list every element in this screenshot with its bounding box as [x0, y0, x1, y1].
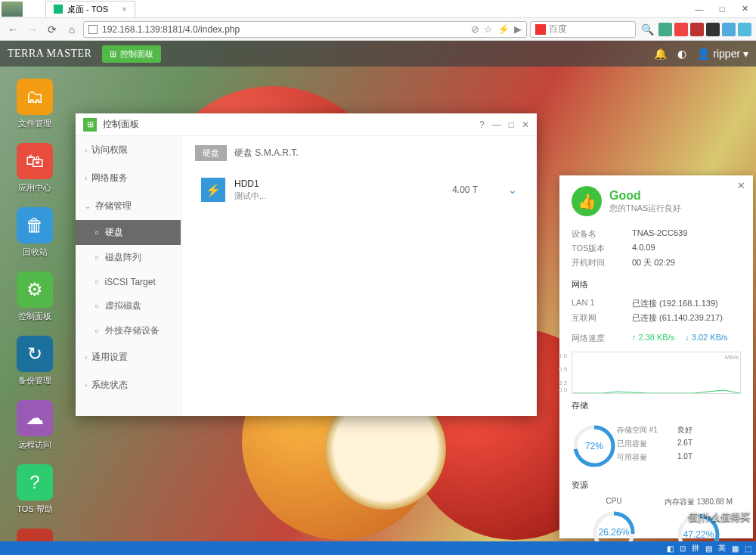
user-name: ripper	[713, 48, 740, 60]
icon-label: TOS 帮助	[12, 504, 57, 515]
ext-icon-4[interactable]	[706, 23, 720, 36]
browser-tab[interactable]: 桌面 - TOS ×	[45, 1, 135, 17]
section-label: 通用设置	[91, 351, 128, 364]
play-icon[interactable]: ▶	[514, 23, 522, 35]
bell-icon[interactable]: 🔔	[654, 48, 667, 60]
windows-taskbar[interactable]: ◧⊡拼▤英▦⬚	[0, 541, 756, 555]
home-button[interactable]: ⌂	[64, 21, 80, 38]
tray-icon[interactable]: ◧	[667, 544, 674, 553]
minimize-button[interactable]: —	[688, 0, 711, 18]
status-row: 开机时间00 天 02:29	[572, 256, 741, 270]
desktop-icon[interactable]: ?TOS 帮助	[12, 464, 57, 515]
item-label: iSCSI Target	[105, 277, 156, 287]
stop-icon[interactable]: ⊘	[471, 23, 479, 35]
reload-button[interactable]: ⟳	[44, 21, 60, 38]
user-menu[interactable]: 👤 ripper ▾	[697, 48, 748, 60]
icon-label: 应用中心	[12, 182, 57, 194]
globe-icon[interactable]: ◐	[677, 48, 686, 60]
sidebar-item[interactable]: ▫iSCSI Target	[76, 270, 181, 293]
bolt-icon[interactable]: ⚡	[497, 23, 510, 35]
ext-icon-1[interactable]	[658, 23, 672, 36]
tray-icon[interactable]: ▦	[732, 544, 739, 553]
tab-title: 桌面 - TOS	[67, 4, 108, 15]
crumb-current: 硬盘	[195, 145, 227, 161]
sidebar-section[interactable]: ›网络服务	[76, 164, 181, 192]
tray-icon[interactable]: 英	[718, 543, 726, 553]
desktop-icon[interactable]: 🗑回收站	[12, 207, 57, 258]
browser-toolbar: ← → ⟳ ⌂ 192.168.1.139:8181/4.0/index.php…	[0, 18, 756, 41]
window-titlebar[interactable]: ⊞ 控制面板 ? — □ ✕	[76, 113, 537, 136]
control-panel-icon: ⊞	[83, 118, 97, 132]
window-minimize-icon[interactable]: —	[492, 119, 501, 130]
window-maximize-icon[interactable]: □	[509, 119, 514, 130]
sidebar-section[interactable]: ›通用设置	[76, 343, 181, 371]
status-row: 设备名TNAS-2CC639	[572, 227, 741, 241]
chevron-icon: ›	[85, 381, 87, 389]
sidebar-item[interactable]: ▫磁盘阵列	[76, 245, 181, 270]
tos-desktop: TERRA MASTER ⊞ 控制面板 🔔 ◐ 👤 ripper ▾ 🗂文件管理…	[0, 41, 756, 541]
item-label: 硬盘	[105, 226, 123, 239]
nav-control-panel[interactable]: ⊞ 控制面板	[102, 45, 161, 63]
search-placeholder: 百度	[549, 23, 567, 36]
back-button[interactable]: ←	[5, 21, 21, 38]
desktop-icon[interactable]: 🛍应用中心	[12, 143, 57, 194]
section-label: 网络服务	[91, 172, 128, 184]
tab-close-icon[interactable]: ×	[122, 5, 126, 14]
ext-icon-3[interactable]	[690, 23, 704, 36]
app-icon: ☁	[17, 400, 53, 436]
tray-icon[interactable]: ⬚	[745, 544, 751, 553]
tray-icon[interactable]: ▤	[705, 544, 712, 553]
maximize-button[interactable]: □	[711, 0, 733, 18]
close-button[interactable]: ✕	[733, 0, 756, 18]
sidebar-section[interactable]: ›系统状态	[76, 371, 181, 399]
desktop-icon[interactable]: ↻备份管理	[12, 336, 57, 386]
network-chart: MB/s 1.00.53.20.0	[572, 352, 741, 394]
section-resource: 资源	[559, 476, 753, 494]
ext-icon-5[interactable]	[722, 23, 736, 36]
search-go-icon[interactable]: 🔍	[639, 21, 655, 38]
sidebar-section[interactable]: ›访问权限	[76, 136, 181, 164]
section-label: 访问权限	[91, 144, 128, 157]
desktop-icon[interactable]: 🗂文件管理	[12, 79, 57, 129]
address-bar[interactable]: 192.168.1.139:8181/4.0/index.php ⊘ ☆ ⚡ ▶	[83, 21, 527, 38]
sidebar-item[interactable]: ▫硬盘	[76, 220, 181, 245]
site-identity-icon[interactable]	[88, 25, 98, 34]
desktop-icon[interactable]: ⚙控制面板	[12, 271, 57, 322]
section-label: 存储管理	[95, 200, 132, 212]
main-pane: 硬盘 硬盘 S.M.A.R.T. ⚡ HDD1 测试中... 4.00 T ⌄	[181, 136, 537, 416]
help-icon[interactable]: ?	[479, 119, 485, 130]
hdd-name: HDD1	[234, 178, 452, 189]
status-row: LAN 1已连接 (192.168.1.139)	[572, 296, 741, 311]
icon-label: 备份管理	[12, 375, 57, 386]
item-icon: ▫	[95, 325, 99, 336]
status-row: 互联网已连接 (61.140.239.217)	[572, 311, 741, 325]
sidebar-section[interactable]: ⌄存储管理	[76, 192, 181, 220]
tray-icon[interactable]: 拼	[692, 543, 699, 553]
hdd-row[interactable]: ⚡ HDD1 测试中... 4.00 T ⌄	[195, 172, 523, 208]
tos-top-bar: TERRA MASTER ⊞ 控制面板 🔔 ◐ 👤 ripper ▾	[0, 41, 756, 67]
item-label: 磁盘阵列	[105, 251, 141, 264]
forward-button[interactable]: →	[24, 21, 41, 38]
item-label: 虚拟磁盘	[105, 299, 141, 312]
status-good-title: Good	[609, 189, 681, 203]
url-text: 192.168.1.139:8181/4.0/index.php	[102, 24, 240, 35]
icon-label: 回收站	[12, 246, 57, 258]
sidebar: ›访问权限›网络服务⌄存储管理▫硬盘▫磁盘阵列▫iSCSI Target▫虚拟磁…	[76, 136, 181, 416]
app-icon: 🗑	[17, 207, 53, 243]
sidebar-item[interactable]: ▫外接存储设备	[76, 318, 181, 343]
tray-icon[interactable]: ⊡	[680, 544, 686, 553]
sidebar-item[interactable]: ▫虚拟磁盘	[76, 293, 181, 318]
desktop-icon[interactable]: Aria2Aria2	[12, 529, 57, 541]
chevron-down-icon[interactable]: ⌄	[508, 184, 517, 196]
panel-close-icon[interactable]: ✕	[737, 180, 745, 191]
ext-icon-2[interactable]	[674, 23, 688, 36]
browser-titlebar: 桌面 - TOS × — □ ✕	[0, 0, 756, 18]
app-icon: Aria2	[17, 529, 53, 541]
ext-icon-6[interactable]	[738, 23, 751, 36]
star-icon[interactable]: ☆	[484, 23, 493, 35]
desktop-icon[interactable]: ☁远程访问	[12, 400, 57, 451]
window-close-icon[interactable]: ✕	[522, 119, 529, 130]
hdd-status: 测试中...	[234, 191, 452, 202]
nav-label: 控制面板	[120, 48, 153, 60]
search-box[interactable]: 百度	[530, 21, 636, 38]
